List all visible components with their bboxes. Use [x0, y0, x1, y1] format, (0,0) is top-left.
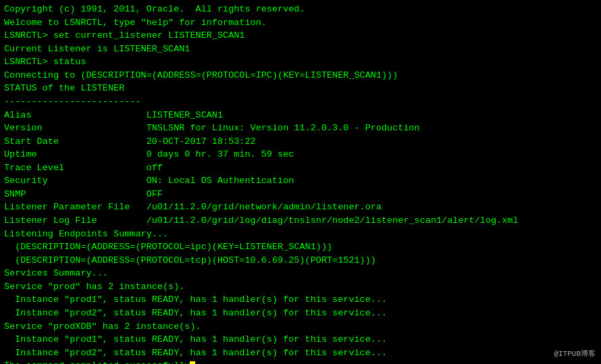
terminal-line: Services Summary... — [4, 267, 597, 280]
terminal-line: Uptime 0 days 0 hr. 37 min. 59 sec — [4, 148, 597, 161]
terminal-line: Service "prod" has 2 instance(s). — [4, 280, 597, 294]
terminal-line: STATUS of the LISTENER — [4, 82, 597, 95]
terminal-line: Version TNSLSNR for Linux: Version 11.2.… — [4, 122, 597, 135]
terminal-line: SNMP OFF — [4, 188, 597, 201]
terminal-line: (DESCRIPTION=(ADDRESS=(PROTOCOL=ipc)(KEY… — [4, 240, 597, 254]
terminal-line: Start Date 20-OCT-2017 18:53:22 — [4, 135, 597, 149]
terminal-line: Listener Parameter File /u01/11.2.0/grid… — [4, 201, 597, 214]
terminal-line: Listening Endpoints Summary... — [4, 228, 597, 241]
terminal-line: LSNRCTL> status — [4, 55, 597, 69]
terminal-line: (DESCRIPTION=(ADDRESS=(PROTOCOL=tcp)(HOS… — [4, 254, 597, 267]
terminal-cursor — [190, 361, 195, 364]
terminal-output: Copyright (c) 1991, 2011, Oracle. All ri… — [4, 3, 597, 364]
terminal-window: Copyright (c) 1991, 2011, Oracle. All ri… — [0, 0, 601, 364]
terminal-line: Service "prodXDB" has 2 instance(s). — [4, 320, 597, 334]
terminal-line: Security ON: Local OS Authentication — [4, 174, 597, 188]
terminal-line: Listener Log File /u01/11.2.0/grid/log/d… — [4, 214, 597, 228]
terminal-line: Trace Level off — [4, 161, 597, 175]
terminal-line: Instance "prod1", status READY, has 1 ha… — [4, 333, 597, 346]
terminal-line: Alias LISTENER_SCAN1 — [4, 109, 597, 122]
terminal-line: ------------------------- — [4, 95, 597, 109]
terminal-line: Instance "prod1", status READY, has 1 ha… — [4, 293, 597, 307]
terminal-line: Welcome to LSNRCTL, type "help" for info… — [4, 16, 597, 30]
terminal-line: Instance "prod2", status READY, has 1 ha… — [4, 307, 597, 320]
watermark: @ITPUB博客 — [554, 349, 596, 360]
terminal-line: The command completed successfully — [4, 359, 597, 364]
terminal-line: Connecting to (DESCRIPTION=(ADDRESS=(PRO… — [4, 69, 597, 82]
terminal-line: Copyright (c) 1991, 2011, Oracle. All ri… — [4, 3, 597, 16]
terminal-line: Current Listener is LISTENER_SCAN1 — [4, 43, 597, 56]
terminal-line: LSNRCTL> set current_listener LISTENER_S… — [4, 29, 597, 43]
terminal-line: Instance "prod2", status READY, has 1 ha… — [4, 346, 597, 360]
